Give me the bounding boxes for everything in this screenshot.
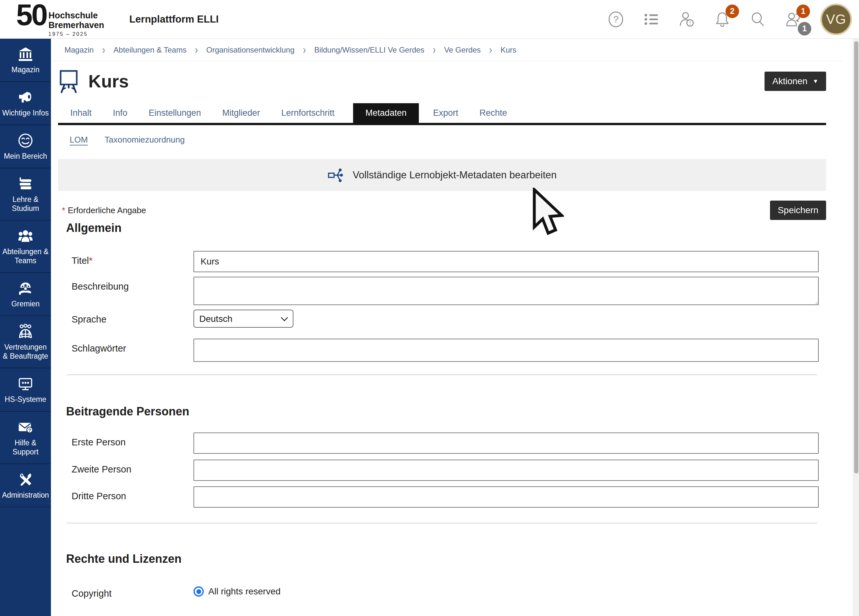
breadcrumb-bildung-wissen[interactable]: Bildung/Wissen/ELLI Ve Gerdes (314, 45, 425, 55)
logo-name-line1: Hochschule (48, 11, 104, 20)
sidebar-item-abteilungen-teams[interactable]: Abteilungen & Teams (0, 220, 51, 273)
svg-text:!: ! (689, 20, 691, 26)
books-icon (18, 176, 33, 192)
beschreibung-label: Beschreibung (72, 277, 194, 292)
svg-text:?: ? (613, 14, 619, 25)
user-avatar[interactable]: VG (820, 3, 852, 35)
breadcrumb-separator: › (195, 43, 198, 57)
breadcrumb-organisationsentwicklung[interactable]: Organisationsentwicklung (206, 45, 294, 55)
course-easel-icon (58, 69, 79, 94)
tab-metadaten[interactable]: Metadaten (353, 103, 419, 123)
actions-button[interactable]: Aktionen ▼ (765, 72, 826, 91)
tab-info[interactable]: Info (112, 103, 128, 123)
beschreibung-textarea[interactable] (194, 277, 819, 305)
copyright-radio-all-rights-reserved[interactable] (194, 586, 204, 597)
help-icon[interactable]: ? (608, 11, 624, 28)
erste-person-label: Erste Person (72, 433, 194, 448)
required-asterisk: * (62, 205, 65, 215)
subtab-taxonomiezuordnung[interactable]: Taxonomiezuordnung (105, 135, 185, 145)
titel-required-asterisk: * (89, 255, 92, 266)
tab-bar: Inhalt Info Einstellungen Mitglieder Ler… (58, 103, 826, 125)
tab-export[interactable]: Export (433, 103, 459, 123)
schlagwoerter-label: Schlagwörter (72, 339, 194, 354)
tools-icon (18, 472, 33, 487)
sprache-select[interactable]: Deutsch (194, 310, 294, 328)
banner-label: Vollständige Lernobjekt-Metadaten bearbe… (353, 169, 557, 181)
app-title: Lernplattform ELLI (129, 14, 219, 25)
page-title: Kurs (88, 71, 765, 92)
zweite-person-input[interactable] (194, 460, 819, 481)
section-heading-rechte-lizenzen: Rechte und Lizenzen (66, 552, 826, 566)
svg-text:?: ? (28, 428, 31, 433)
tab-mitglieder[interactable]: Mitglieder (222, 103, 261, 123)
sidebar-item-wichtige-infos[interactable]: Wichtige Infos (0, 82, 51, 125)
breadcrumb-kurs: Kurs (500, 45, 516, 55)
sprache-label: Sprache (72, 310, 194, 325)
breadcrumb-abteilungen[interactable]: Abteilungen & Teams (114, 45, 186, 55)
breadcrumb-separator: › (303, 43, 306, 57)
breadcrumb-magazin[interactable]: Magazin (64, 45, 94, 55)
sidebar-item-hilfe-support[interactable]: ? Hilfe & Support (0, 412, 51, 464)
section-heading-beitragende-personen: Beitragende Personen (66, 405, 826, 418)
awareness-person-icon[interactable]: ! (678, 11, 695, 28)
bell-badge: 2 (726, 5, 739, 18)
notifications-bell-icon[interactable]: 2 (714, 11, 731, 28)
sidebar-item-gremien[interactable]: Gremien (0, 273, 51, 316)
logo-years: 1975 – 2025 (48, 31, 104, 37)
save-button[interactable]: Speichern (770, 201, 826, 220)
erste-person-input[interactable] (194, 433, 819, 454)
logo-name-line2: Bremerhaven (48, 20, 104, 30)
top-header: 50 Hochschule Bremerhaven 1975 – 2025 Le… (0, 0, 859, 39)
chevron-down-icon: ▼ (812, 78, 818, 84)
main-sidebar: Magazin Wichtige Infos Mein Bereich Lehr… (0, 39, 51, 616)
sidebar-item-administration[interactable]: Administration (0, 464, 51, 507)
titel-label: Titel* (72, 251, 194, 266)
vertical-scrollbar-thumb[interactable] (854, 41, 858, 474)
breadcrumb-separator: › (102, 43, 105, 57)
required-note: *Erforderliche Angabe (62, 205, 770, 216)
monitor-icon (18, 376, 33, 391)
subtab-bar: LOM Taxonomiezuordnung (58, 135, 826, 145)
main-content: Magazin › Abteilungen & Teams › Organisa… (51, 39, 843, 599)
schlagwoerter-input[interactable] (194, 339, 819, 362)
contacts-badge-bottom: 1 (798, 22, 811, 36)
tab-einstellungen[interactable]: Einstellungen (148, 103, 201, 123)
copyright-option-label: All rights reserved (208, 586, 281, 597)
zweite-person-label: Zweite Person (72, 460, 194, 475)
tab-lernfortschritt[interactable]: Lernfortschritt (281, 103, 335, 123)
breadcrumb-separator: › (433, 43, 436, 57)
tab-rechte[interactable]: Rechte (479, 103, 508, 123)
sidebar-item-lehre-studium[interactable]: Lehre & Studium (0, 168, 51, 220)
sidebar-item-mein-bereich[interactable]: Mein Bereich (0, 125, 51, 168)
smiley-icon (18, 133, 33, 149)
metadata-nodes-icon (328, 167, 343, 183)
mail-question-icon: ? (18, 420, 33, 435)
breadcrumb: Magazin › Abteilungen & Teams › Organisa… (51, 39, 843, 61)
logo-50: 50 (16, 1, 47, 29)
sidebar-item-vertretungen[interactable]: Vertretungen & Beauftragte (0, 316, 51, 368)
globe-people-icon (18, 324, 33, 339)
dritte-person-input[interactable] (194, 486, 819, 508)
edit-full-metadata-banner[interactable]: Vollständige Lernobjekt-Metadaten bearbe… (58, 159, 826, 191)
contacts-icon[interactable]: 1 1 (785, 11, 801, 28)
people-group-icon (18, 228, 33, 244)
subtab-lom[interactable]: LOM (70, 135, 88, 145)
list-menu-icon[interactable] (643, 11, 660, 28)
dritte-person-label: Dritte Person (72, 486, 194, 502)
section-divider (67, 523, 817, 524)
breadcrumb-separator: › (489, 43, 492, 57)
breadcrumb-ve-gerdes[interactable]: Ve Gerdes (444, 45, 481, 55)
megaphone-icon (18, 90, 33, 105)
bank-icon (18, 47, 33, 62)
tab-inhalt[interactable]: Inhalt (70, 103, 92, 123)
section-divider (67, 374, 817, 375)
sidebar-item-magazin[interactable]: Magazin (0, 39, 51, 82)
vertical-scrollbar-track[interactable] (853, 39, 859, 616)
titel-input[interactable] (194, 251, 819, 272)
committee-icon (18, 281, 33, 296)
university-logo: 50 Hochschule Bremerhaven 1975 – 2025 (16, 1, 104, 37)
sidebar-item-hs-systeme[interactable]: HS-Systeme (0, 368, 51, 411)
section-heading-allgemein: Allgemein (66, 221, 826, 235)
search-icon[interactable] (750, 11, 766, 28)
contacts-badge-top: 1 (797, 5, 810, 18)
